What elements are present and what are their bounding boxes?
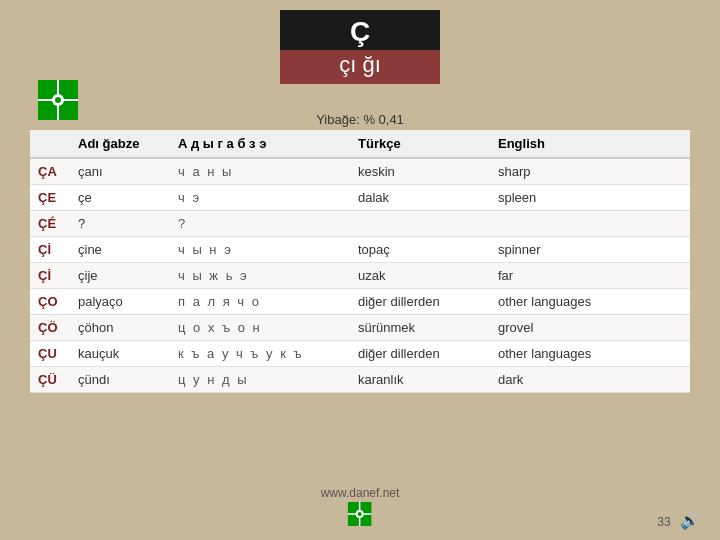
cell-adıgabze: palyaço <box>70 289 170 315</box>
cell-adıgabze: ? <box>70 211 170 237</box>
cell-english <box>490 211 690 237</box>
cell-key: ÇÖ <box>30 315 70 341</box>
header-letter-top: Ç <box>280 10 440 50</box>
table-row: ÇÜçündıц у н д ыkaranlıkdark <box>30 367 690 393</box>
footer: www.danef.net <box>321 486 400 526</box>
cell-abzakh: ч э <box>170 185 350 211</box>
cell-adıgabze: çije <box>70 263 170 289</box>
col-abzakh-header: А д ы г а б з э <box>170 130 350 158</box>
footer-url: www.danef.net <box>321 486 400 500</box>
cell-english: other languages <box>490 289 690 315</box>
main-table-container: Adı ğabze А д ы г а б з э Türkçe English… <box>30 130 690 393</box>
cell-english: grovel <box>490 315 690 341</box>
cell-abzakh: ч ы ж ь э <box>170 263 350 289</box>
table-row: ÇÉ?? <box>30 211 690 237</box>
vocab-table: Adı ğabze А д ы г а б з э Türkçe English… <box>30 130 690 393</box>
cell-adıgabze: çündı <box>70 367 170 393</box>
page-num-text: 33 <box>657 515 670 529</box>
cell-adıgabze: çöhon <box>70 315 170 341</box>
cell-turkce: diğer dillerden <box>350 341 490 367</box>
cell-turkce: topaç <box>350 237 490 263</box>
yibage-line: Yibağe: % 0,41 <box>316 112 404 127</box>
cell-adıgabze: çe <box>70 185 170 211</box>
cell-adıgabze: çanı <box>70 158 170 185</box>
header-box: Ç çı ğı <box>280 10 440 84</box>
cell-adıgabze: çine <box>70 237 170 263</box>
table-row: Çİçijeч ы ж ь эuzakfar <box>30 263 690 289</box>
table-row: Çİçineч ы н эtopaçspinner <box>30 237 690 263</box>
cell-abzakh: к ъ а у ч ъ у к ъ <box>170 341 350 367</box>
cell-key: Çİ <box>30 237 70 263</box>
col-adıgabze-header: Adı ğabze <box>70 130 170 158</box>
yibage-value: % 0,41 <box>363 112 403 127</box>
col-key-header <box>30 130 70 158</box>
cell-key: ÇÉ <box>30 211 70 237</box>
cell-english: dark <box>490 367 690 393</box>
page-number: 33 🔊 <box>657 511 700 530</box>
cell-adıgabze: kauçuk <box>70 341 170 367</box>
cell-key: ÇE <box>30 185 70 211</box>
cell-turkce: keskin <box>350 158 490 185</box>
cell-turkce: sürünmek <box>350 315 490 341</box>
table-row: ÇUkauçukк ъ а у ч ъ у к ъdiğer dillerden… <box>30 341 690 367</box>
cell-turkce: diğer dillerden <box>350 289 490 315</box>
yibage-label: Yibağe: <box>316 112 360 127</box>
col-turkce-header: Türkçe <box>350 130 490 158</box>
cell-abzakh: п а л я ч о <box>170 289 350 315</box>
svg-point-4 <box>55 97 61 103</box>
cell-key: ÇU <box>30 341 70 367</box>
header-letter-bottom: çı ğı <box>280 50 440 84</box>
cell-english: sharp <box>490 158 690 185</box>
cell-turkce: uzak <box>350 263 490 289</box>
cell-english: far <box>490 263 690 289</box>
cell-key: ÇO <box>30 289 70 315</box>
table-row: ÇÖçöhonц о х ъ о нsürünmekgrovel <box>30 315 690 341</box>
cell-key: ÇÜ <box>30 367 70 393</box>
cell-key: ÇA <box>30 158 70 185</box>
cell-abzakh: ч ы н э <box>170 237 350 263</box>
cell-english: other languages <box>490 341 690 367</box>
cell-abzakh: ц о х ъ о н <box>170 315 350 341</box>
cell-turkce: karanlık <box>350 367 490 393</box>
cell-abzakh: ц у н д ы <box>170 367 350 393</box>
cell-key: Çİ <box>30 263 70 289</box>
cell-abzakh: ? <box>170 211 350 237</box>
table-header-row: Adı ğabze А д ы г а б з э Türkçe English <box>30 130 690 158</box>
logo-top <box>38 80 78 120</box>
speaker-icon: 🔊 <box>680 512 700 529</box>
footer-logo <box>348 502 372 526</box>
col-english-header: English <box>490 130 690 158</box>
table-row: ÇEçeч эdalakspleen <box>30 185 690 211</box>
cell-abzakh: ч а н ы <box>170 158 350 185</box>
table-row: ÇOpalyaçoп а л я ч оdiğer dillerdenother… <box>30 289 690 315</box>
cell-turkce: dalak <box>350 185 490 211</box>
cell-english: spleen <box>490 185 690 211</box>
svg-point-9 <box>358 512 362 516</box>
table-row: ÇAçanıч а н ыkeskinsharp <box>30 158 690 185</box>
cell-english: spinner <box>490 237 690 263</box>
cell-turkce <box>350 211 490 237</box>
